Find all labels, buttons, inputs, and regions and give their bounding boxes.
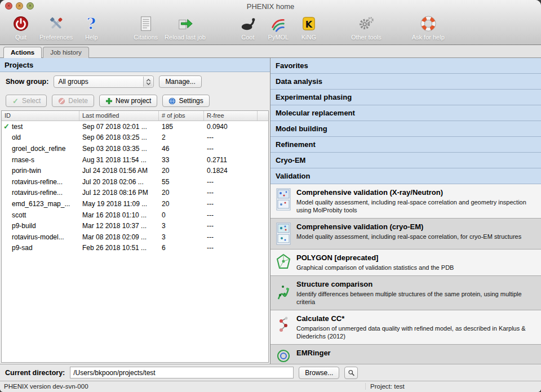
- actions-panel: Favorites Data analysis Experimental pha…: [270, 58, 541, 364]
- category-header[interactable]: Molecular replacement: [270, 105, 541, 121]
- new-project-button[interactable]: New project: [99, 95, 157, 107]
- project-rfree: ---: [204, 145, 258, 153]
- status-bar: PHENIX version dev-svn-000 Project: test: [0, 381, 541, 392]
- manage-button[interactable]: Manage...: [159, 75, 201, 88]
- project-rfree: ---: [204, 189, 258, 197]
- projects-table-header: ID Last modified # of jobs R-free: [2, 111, 268, 121]
- toolbar-label: KiNG: [301, 34, 316, 41]
- validation-item-calculate-cc[interactable]: Calculate CC* Comparison of unmerged dat…: [270, 310, 541, 345]
- tab-actions[interactable]: Actions: [3, 47, 42, 58]
- project-id: rotavirus-refine...: [12, 178, 63, 186]
- validation-item-structure-comparison[interactable]: Structure comparison Identify difference…: [270, 276, 541, 310]
- project-row[interactable]: ✓ scott Mar 16 2018 01:10 ... 0 ---: [2, 210, 268, 221]
- project-row[interactable]: ✓ emd_6123_map_... May 19 2018 11:09 ...…: [2, 198, 268, 210]
- project-row[interactable]: ✓ p9-build Mar 12 2018 10:37 ... 3 ---: [2, 220, 268, 231]
- column-header-jobs[interactable]: # of jobs: [159, 111, 204, 121]
- toolbar-label: Quit: [15, 34, 26, 41]
- project-row[interactable]: ✓ rotavirus-refine... Jul 12 2018 08:16 …: [2, 188, 268, 199]
- emringer-icon: [276, 349, 291, 363]
- tab-job-history[interactable]: Job history: [43, 47, 89, 58]
- category-label: Favorites: [276, 61, 308, 70]
- project-last-modified: Mar 08 2018 02:09 ...: [79, 233, 159, 241]
- project-row[interactable]: ✓ rotavirus-refine... Jul 20 2018 02:06 …: [2, 176, 268, 188]
- column-header-id[interactable]: ID: [2, 111, 79, 121]
- project-row[interactable]: ✓ groel_dock_refine Sep 03 2018 03:35 ..…: [2, 143, 268, 154]
- category-header[interactable]: Data analysis: [270, 74, 541, 90]
- project-job-count: 20: [159, 167, 204, 175]
- toolbar-item-citations[interactable]: Citations: [130, 14, 161, 41]
- validation-item-title: Comprehensive validation (X-ray/Neutron): [296, 188, 526, 197]
- validation-item-cryoem[interactable]: Comprehensive validation (cryo-EM) Model…: [270, 219, 541, 250]
- delete-button-label: Delete: [68, 97, 88, 105]
- current-directory-input[interactable]: [70, 367, 294, 378]
- toolbar-item-preferences[interactable]: Preferences: [36, 14, 76, 41]
- help-icon: ?: [82, 15, 100, 33]
- project-id: groel_dock_refine: [12, 145, 65, 153]
- category-header[interactable]: Validation: [270, 168, 541, 184]
- toolbar-label: Help: [85, 34, 98, 41]
- project-rfree: 0.1824: [204, 167, 258, 175]
- project-buttons: ✓ Select Delete New project: [0, 91, 270, 110]
- project-job-count: 0: [159, 211, 204, 219]
- close-window-button[interactable]: ×: [5, 2, 12, 10]
- select-button[interactable]: ✓ Select: [6, 95, 47, 107]
- category-label: Molecular replacement: [276, 109, 355, 117]
- minimize-window-button[interactable]: ×: [16, 2, 23, 10]
- project-row[interactable]: ✓ old Sep 06 2018 03:25 ... 2 ---: [2, 132, 268, 144]
- window-controls: × × ×: [5, 2, 34, 10]
- project-row[interactable]: ✓ test Sep 07 2018 02:01 ... 185 0.0940: [2, 121, 268, 132]
- title-bar: × × × PHENIX home: [0, 0, 541, 12]
- directory-bar: Current directory: Browse...: [0, 364, 541, 381]
- project-id: p9-sad: [12, 244, 33, 252]
- category-label: Refinement: [276, 140, 316, 149]
- project-last-modified: May 19 2018 11:09 ...: [79, 200, 159, 208]
- toolbar-item-pymol[interactable]: PyMOL: [263, 14, 294, 41]
- category-header[interactable]: Model building: [270, 121, 541, 137]
- current-project-status-text: Project: test: [365, 383, 405, 390]
- project-id: test: [12, 123, 23, 131]
- column-header-rfree[interactable]: R-free: [204, 111, 258, 121]
- project-row[interactable]: ✓ porin-twin Jul 24 2018 01:56 AM 20 0.1…: [2, 165, 268, 176]
- toolbar-item-coot[interactable]: Coot: [233, 14, 263, 41]
- tab-strip: Actions Job history: [0, 45, 541, 58]
- project-row[interactable]: ✓ rnase-s Aug 31 2018 11:54 ... 33 0.271…: [2, 154, 268, 166]
- project-last-modified: Sep 07 2018 02:01 ...: [79, 123, 159, 131]
- toolbar-item-ask-for-help[interactable]: Ask for help: [409, 14, 448, 41]
- group-select[interactable]: All groups: [54, 75, 154, 88]
- category-header[interactable]: Cryo-EM: [270, 153, 541, 168]
- active-project-check-icon: ✓: [3, 122, 12, 131]
- main-content: Projects Show group: All groups Manage..…: [0, 58, 541, 364]
- project-last-modified: Sep 06 2018 03:25 ...: [79, 133, 159, 141]
- calculate-cc-icon: [276, 314, 291, 340]
- toolbar-item-other-tools[interactable]: Other tools: [348, 14, 385, 41]
- search-directory-button[interactable]: [344, 367, 358, 379]
- delete-icon: [58, 97, 65, 105]
- column-header-last-modified[interactable]: Last modified: [79, 111, 159, 121]
- category-header[interactable]: Experimental phasing: [270, 90, 541, 105]
- category-header[interactable]: Refinement: [270, 137, 541, 153]
- settings-button[interactable]: Settings: [162, 95, 209, 107]
- xray-validation-icon: [276, 188, 291, 214]
- project-row[interactable]: ✓ p9-sad Feb 26 2018 10:51 ... 6 ---: [2, 243, 268, 254]
- toolbar-item-help[interactable]: ? Help: [76, 14, 107, 41]
- validation-item-xray[interactable]: Comprehensive validation (X-ray/Neutron)…: [270, 184, 541, 219]
- current-directory-label: Current directory:: [5, 369, 65, 377]
- browse-button[interactable]: Browse...: [299, 367, 339, 379]
- validation-item-emringer[interactable]: EMRinger: [270, 345, 541, 364]
- projects-table-body: ✓ test Sep 07 2018 02:01 ... 185 0.0940 …: [2, 121, 268, 362]
- category-header[interactable]: Favorites: [270, 58, 541, 74]
- project-job-count: 46: [159, 145, 204, 153]
- polygon-icon: [276, 253, 291, 271]
- project-row[interactable]: ✓ rotavirus-model... Mar 08 2018 02:09 .…: [2, 231, 268, 243]
- validation-item-polygon[interactable]: POLYGON [deprecated] Graphical compariso…: [270, 250, 541, 276]
- toolbar-item-quit[interactable]: Quit: [6, 14, 36, 41]
- validation-item-title: EMRinger: [296, 349, 331, 357]
- project-job-count: 20: [159, 189, 204, 197]
- project-last-modified: Jul 20 2018 02:06 ...: [79, 178, 159, 186]
- delete-button[interactable]: Delete: [52, 95, 94, 107]
- window-chrome: × × × PHENIX home Quit Preferences: [0, 0, 541, 45]
- toolbar-item-reload-last-job[interactable]: Reload last job: [161, 14, 209, 41]
- toolbar-item-king[interactable]: K KiNG: [294, 14, 324, 41]
- zoom-window-button[interactable]: ×: [26, 2, 34, 10]
- category-label: Data analysis: [276, 77, 322, 86]
